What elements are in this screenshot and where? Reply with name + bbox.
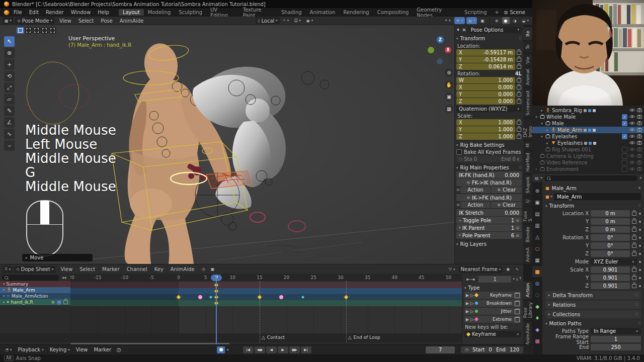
- select-all-icon[interactable]: ▶: [466, 301, 469, 306]
- workspace-tab-modeling[interactable]: Modeling: [144, 9, 175, 16]
- location-x[interactable]: X-0.59117 m: [456, 49, 515, 56]
- value-field[interactable]: 0°: [591, 242, 630, 249]
- properties-tab-object[interactable]: ■: [532, 266, 542, 277]
- menu-window[interactable]: Window: [67, 9, 94, 16]
- cursor-tool[interactable]: ⊕: [4, 48, 15, 58]
- hide-eye-icon[interactable]: [629, 134, 635, 139]
- hide-eye-icon[interactable]: [629, 140, 635, 146]
- n-tab-fuse-s[interactable]: Fuse S: [523, 207, 532, 223]
- dope-menu-marker[interactable]: Marker: [99, 266, 123, 273]
- pin-icon[interactable]: ⌖: [638, 185, 641, 191]
- lock-icon[interactable]: [517, 93, 521, 97]
- enable-checkbox[interactable]: ✓: [57, 300, 61, 305]
- animate-dot[interactable]: [639, 213, 641, 215]
- lock-icon[interactable]: [632, 220, 636, 224]
- snap-toggle[interactable]: Ω▾: [292, 17, 303, 24]
- snap-corner-toggle[interactable]: ▣: [209, 266, 217, 273]
- fk-clear-button[interactable]: ⊗Clear: [491, 187, 522, 193]
- transform-tool[interactable]: ▱: [4, 94, 15, 105]
- channel-hand-ik-r[interactable]: ▸♦hand_ik.R⚙✓: [0, 299, 70, 305]
- object-name-field[interactable]: Male_Arm: [554, 193, 641, 200]
- outliner-row-male[interactable]: ▾Male✓: [532, 120, 644, 127]
- dope-menu-animaide[interactable]: AnimAide: [167, 266, 198, 273]
- hide-eye-icon[interactable]: [629, 127, 635, 133]
- value-field[interactable]: 0 m: [591, 226, 630, 233]
- lock-icon[interactable]: [632, 268, 636, 272]
- object-transform-header[interactable]: ▾Transform⠿: [545, 202, 641, 210]
- n-tab-blende[interactable]: Blende: [523, 225, 532, 244]
- keying-menu[interactable]: Keying▾: [48, 346, 72, 353]
- lock-icon[interactable]: [517, 58, 521, 62]
- channel-label[interactable]: Summary: [7, 282, 29, 287]
- hide-eye-icon[interactable]: [629, 153, 635, 159]
- outliner-row-male-arm[interactable]: ▸Male_Arm: [532, 127, 644, 133]
- hide-eye-icon[interactable]: [629, 160, 635, 165]
- lock-icon[interactable]: [517, 51, 521, 55]
- workspace-tab-shading[interactable]: Shading: [277, 9, 306, 16]
- modifier-icon[interactable]: ⚙: [51, 300, 55, 305]
- scale-x[interactable]: X1.000: [456, 119, 515, 126]
- properties-tab-bone[interactable]: ♦: [532, 312, 542, 323]
- app-menu-icon[interactable]: [4, 10, 9, 15]
- copy-down-icon[interactable]: ⤓: [516, 277, 518, 282]
- outliner-row-whole-male[interactable]: ▾Whole Male✓: [532, 114, 644, 120]
- n-tab-vie[interactable]: Vie: [523, 54, 532, 66]
- exclude-checkbox[interactable]: [622, 166, 627, 172]
- properties-tab-texture[interactable]: ▩: [532, 335, 542, 346]
- motion-paths-header[interactable]: ▾Motion Paths⠿: [545, 320, 641, 327]
- visibility-dropdown[interactable]: ⌖▾: [443, 17, 453, 24]
- deselect-icon[interactable]: ▷: [470, 301, 473, 306]
- select-mode-4[interactable]: [49, 27, 56, 34]
- select-mode-3[interactable]: [41, 27, 48, 34]
- rotation-w[interactable]: W1.000: [456, 77, 515, 83]
- properties-tab-render[interactable]: ▣: [532, 197, 542, 208]
- marker-menu[interactable]: Marker: [92, 346, 113, 353]
- 3d-viewport[interactable]: User Perspective (7) Male_Arm : hand_ik.…: [0, 25, 454, 264]
- outliner-row-eyelashes[interactable]: ▸Eyelashes: [532, 140, 644, 146]
- dope-menu-select[interactable]: Select: [76, 266, 99, 273]
- channel-label[interactable]: hand_ik.R: [11, 300, 33, 305]
- channel-summary[interactable]: ▾Summary: [0, 281, 70, 287]
- workspace-tab-layout[interactable]: Layout: [119, 9, 144, 16]
- ds-tab-action[interactable]: Action: [523, 281, 532, 299]
- ds-tab-animaide[interactable]: AnimAide: [523, 321, 532, 347]
- exclude-checkbox[interactable]: [622, 147, 627, 152]
- bake-all-keyed-frames-label[interactable]: Bake All Keyed Frames: [464, 149, 521, 155]
- exclude-checkbox[interactable]: [622, 160, 627, 165]
- workspace-tab-animation[interactable]: Animation: [306, 9, 340, 16]
- current-frame-field[interactable]: 7: [426, 346, 455, 353]
- outliner-item-label[interactable]: Video Reference: [546, 160, 588, 165]
- n-tab-u[interactable]: U: [523, 197, 532, 206]
- lock-icon[interactable]: [63, 300, 68, 304]
- scale-y[interactable]: Y1.000: [456, 126, 515, 133]
- channel-label[interactable]: Male_ArmAction: [12, 294, 48, 299]
- disable-render-icon[interactable]: [637, 127, 642, 133]
- properties-tab-object-data[interactable]: ◆: [532, 301, 542, 312]
- playback-menu[interactable]: Playback▾: [16, 346, 46, 353]
- editor-type-button[interactable]: ▦▾: [3, 17, 14, 24]
- lock-icon[interactable]: [517, 78, 521, 82]
- measure-tool[interactable]: ∠: [4, 117, 15, 128]
- properties-tab-output[interactable]: ▤: [532, 208, 542, 219]
- outliner-item-label[interactable]: Whole Male: [546, 114, 576, 120]
- filter-icon[interactable]: ▾: [639, 176, 641, 180]
- outliner-row-camera-lighting[interactable]: Camera & Lighting: [532, 153, 644, 159]
- panel-collections[interactable]: ▸Collections⠿: [545, 310, 641, 318]
- fcurve-toggle[interactable]: ∿: [513, 266, 521, 273]
- ik-to-fk-button[interactable]: ⟲IK->FK (hand.R): [456, 194, 522, 201]
- disable-render-icon[interactable]: [637, 140, 642, 146]
- n-tab-m[interactable]: M: [523, 141, 532, 150]
- scale-z[interactable]: Z1.000: [456, 133, 515, 140]
- copy-up-icon[interactable]: ⤒: [519, 277, 521, 282]
- animate-dot[interactable]: [639, 221, 641, 223]
- operator-panel[interactable]: ▸ Move: [22, 254, 93, 261]
- animate-dot[interactable]: [639, 237, 641, 239]
- lock-icon[interactable]: [517, 121, 521, 125]
- marker-contact[interactable]: △Contact: [262, 335, 285, 340]
- delete-icon[interactable]: [515, 301, 520, 306]
- proportional-edit-toggle[interactable]: ◉▾: [304, 17, 315, 24]
- auto-keyframe-button[interactable]: [217, 346, 225, 353]
- prev-frame-button[interactable]: ◀: [266, 346, 277, 353]
- bake-checkbox[interactable]: [456, 149, 462, 155]
- channel-search-input[interactable]: [2, 275, 59, 281]
